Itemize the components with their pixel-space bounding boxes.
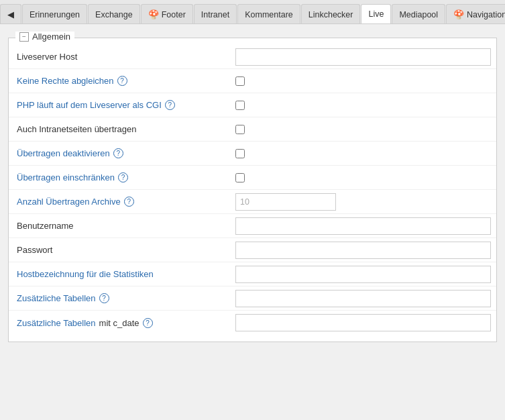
tab-label-erinnerungen: Erinnerungen [30,10,80,19]
form-row-zusaetzliche-tabellen-c-date: Zusätzliche Tabellen mit c_date? [9,311,496,335]
control-keine-rechte [235,76,491,86]
tab-erinnerungen[interactable]: Erinnerungen [22,4,87,24]
label-part: Zusätzliche Tabellen [17,318,96,328]
tab-exchange[interactable]: Exchange [88,4,140,24]
label-text-liveserver-host: Liveserver Host [17,52,77,62]
form-rows: Liveserver HostKeine Rechte abgleichen?P… [9,45,496,335]
label-auch-intranetseiten: Auch Intranetseiten übertragen [14,120,235,138]
checkbox-auch-intranetseiten[interactable] [235,125,245,134]
help-icon-anzahl-uebertragen[interactable]: ? [124,197,134,207]
tab-label-footer: Footer [162,10,186,19]
input-anzahl-uebertragen[interactable] [235,193,336,211]
label-php-laeuft: PHP läuft auf dem Liveserver als CGI? [14,96,235,114]
label-text-hostbezeichnung: Hostbezeichnung für die Statistiken [17,269,154,279]
form-row-benutzername: Benutzername [9,214,496,238]
control-uebertragen-einschraenken [235,173,491,182]
form-row-anzahl-uebertragen: Anzahl Übertragen Archive? [9,190,496,214]
tab-label-kommentare: Kommentare [245,10,293,19]
tab-linkchecker[interactable]: Linkchecker [301,4,361,24]
control-uebertragen-deaktivieren [235,149,491,158]
input-hostbezeichnung[interactable] [235,266,491,283]
footer-icon: 🍄 [148,9,159,19]
label-passwort: Passwort [14,241,235,259]
tab-bar: ◀ ErinnerungenExchange🍄FooterIntranetKom… [0,0,505,24]
label-text-auch-intranetseiten: Auch Intranetseiten übertragen [17,124,137,134]
help-icon-keine-rechte[interactable]: ? [117,76,127,86]
label-text-uebertragen-einschraenken: Übertragen einschränken [17,172,115,182]
label-text-benutzername: Benutzername [17,221,74,231]
navigation-icon: 🍄 [453,9,464,19]
input-passwort[interactable] [235,242,491,259]
group-legend-label: Allgemein [32,32,70,42]
control-php-laeuft [235,101,491,110]
tab-label-mediapool: Mediapool [399,10,438,19]
label-text-anzahl-uebertragen: Anzahl Übertragen Archive [17,197,121,207]
tab-mediapool[interactable]: Mediapool [392,4,445,24]
control-auch-intranetseiten [235,125,491,134]
form-row-keine-rechte: Keine Rechte abgleichen? [9,69,496,93]
label-uebertragen-deaktivieren: Übertragen deaktivieren? [14,144,235,162]
help-icon-zusaetzliche-tabellen[interactable]: ? [99,293,109,303]
help-icon-uebertragen-deaktivieren[interactable]: ? [113,148,123,158]
form-row-passwort: Passwort [9,238,496,262]
input-liveserver-host[interactable] [235,48,491,66]
form-row-hostbezeichnung: Hostbezeichnung für die Statistiken [9,262,496,286]
label-hostbezeichnung: Hostbezeichnung für die Statistiken [14,265,235,283]
label-benutzername: Benutzername [14,217,235,235]
tab-footer[interactable]: 🍄Footer [141,4,193,24]
tab-kommentare[interactable]: Kommentare [237,4,300,24]
checkbox-uebertragen-einschraenken[interactable] [235,173,245,182]
tab-prev[interactable]: ◀ [0,4,21,24]
label-uebertragen-einschraenken: Übertragen einschränken? [14,168,235,187]
label-zusaetzliche-tabellen: Zusätzliche Tabellen? [14,289,235,307]
input-benutzername[interactable] [235,217,491,235]
allgemein-group: − Allgemein Liveserver HostKeine Rechte … [8,38,497,342]
help-icon-php-laeuft[interactable]: ? [165,100,175,110]
control-zusaetzliche-tabellen-c-date [235,314,491,331]
checkbox-uebertragen-deaktivieren[interactable] [235,149,245,158]
label-text-passwort: Passwort [17,245,52,255]
tab-label-linkchecker: Linkchecker [308,10,353,19]
group-collapse-icon[interactable]: − [19,32,29,42]
input-zusaetzliche-tabellen-c-date[interactable] [235,314,491,331]
label-text-uebertragen-deaktivieren: Übertragen deaktivieren [17,148,110,158]
label-text-php-laeuft: PHP läuft auf dem Liveserver als CGI [17,100,162,110]
form-row-auch-intranetseiten: Auch Intranetseiten übertragen [9,117,496,142]
checkbox-php-laeuft[interactable] [235,101,245,110]
form-row-php-laeuft: PHP läuft auf dem Liveserver als CGI? [9,93,496,117]
tab-label-live: Live [368,9,384,19]
control-benutzername [235,217,491,235]
form-row-uebertragen-einschraenken: Übertragen einschränken? [9,166,496,190]
label-part: mit c_date [99,318,139,328]
control-liveserver-host [235,48,491,66]
label-liveserver-host: Liveserver Host [14,48,235,66]
control-zusaetzliche-tabellen [235,290,491,307]
label-anzahl-uebertragen: Anzahl Übertragen Archive? [14,193,235,211]
prev-icon: ◀ [7,9,14,19]
form-row-uebertragen-deaktivieren: Übertragen deaktivieren? [9,142,496,166]
tab-label-exchange: Exchange [95,10,133,19]
tab-label-intranet: Intranet [201,10,229,19]
tab-live[interactable]: Live [361,4,391,24]
help-icon-uebertragen-einschraenken[interactable]: ? [118,172,128,182]
label-keine-rechte: Keine Rechte abgleichen? [14,72,235,90]
control-passwort [235,242,491,259]
tab-label-navigation: Navigation [467,10,505,19]
form-row-zusaetzliche-tabellen: Zusätzliche Tabellen? [9,286,496,311]
tab-navigation[interactable]: 🍄Navigation [446,4,505,24]
tab-intranet[interactable]: Intranet [194,4,237,24]
label-text-keine-rechte: Keine Rechte abgleichen [17,76,114,86]
control-hostbezeichnung [235,266,491,283]
input-zusaetzliche-tabellen[interactable] [235,290,491,307]
group-legend: − Allgemein [15,32,74,42]
main-content: − Allgemein Liveserver HostKeine Rechte … [0,24,505,350]
form-row-liveserver-host: Liveserver Host [9,45,496,69]
checkbox-keine-rechte[interactable] [235,76,245,86]
label-text-zusaetzliche-tabellen: Zusätzliche Tabellen [17,293,96,303]
control-anzahl-uebertragen [235,193,491,211]
label-zusaetzliche-tabellen-c-date: Zusätzliche Tabellen mit c_date? [14,314,235,332]
help-icon-zusaetzliche-tabellen-c-date[interactable]: ? [143,318,153,328]
